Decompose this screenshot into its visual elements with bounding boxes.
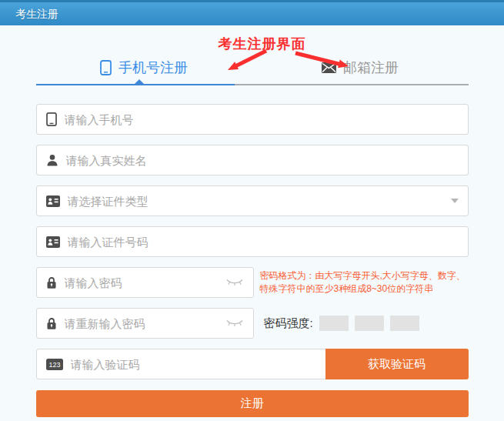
register-button[interactable]: 注册 xyxy=(36,390,469,417)
email-icon xyxy=(322,62,336,73)
user-icon xyxy=(46,154,58,166)
password-input[interactable] xyxy=(65,276,218,289)
captcha-field: 123 xyxy=(36,349,326,379)
inactive-tab-underline xyxy=(235,84,468,85)
register-tabs: 手机号注册 邮箱注册 xyxy=(36,58,469,78)
chevron-down-icon[interactable] xyxy=(451,199,459,203)
password-format-hint: 密码格式为：由大写字母开头,大小写字母、数字、特殊字符中的至少3种组成8~30位… xyxy=(260,269,469,296)
password-strength-meter: 密码强度: xyxy=(264,316,419,331)
lock-icon xyxy=(46,317,57,330)
active-tab-pointer xyxy=(135,79,144,84)
tab-underline xyxy=(36,84,469,85)
phone-icon xyxy=(46,112,57,126)
titlebar: 考生注册 xyxy=(0,0,504,25)
id-card-icon xyxy=(46,236,60,248)
tab-mobile-label: 手机号注册 xyxy=(118,58,188,77)
page-title: 考生注册 xyxy=(15,8,58,20)
name-field xyxy=(36,145,469,175)
id-number-field xyxy=(36,226,469,257)
password-confirm-field xyxy=(36,308,254,339)
id-card-icon xyxy=(46,195,60,207)
get-code-button[interactable]: 获取验证码 xyxy=(325,349,469,379)
id-type-select[interactable] xyxy=(68,195,443,208)
id-number-input[interactable] xyxy=(68,236,459,249)
lock-icon xyxy=(46,276,57,289)
strength-box-2 xyxy=(355,316,384,331)
mobile-phone-icon xyxy=(100,60,112,75)
password-confirm-input[interactable] xyxy=(65,317,218,330)
svg-text:123: 123 xyxy=(48,361,60,369)
captcha-123-icon: 123 xyxy=(46,359,63,370)
strength-box-3 xyxy=(390,316,419,331)
eye-closed-icon[interactable] xyxy=(225,278,244,287)
password-strength-label: 密码强度: xyxy=(264,316,313,331)
phone-input[interactable] xyxy=(65,113,459,126)
strength-box-1 xyxy=(319,316,349,331)
annotation-label: 考生注册界面 xyxy=(219,35,306,53)
captcha-input[interactable] xyxy=(71,358,316,371)
phone-field xyxy=(36,104,469,135)
tab-email-label: 邮箱注册 xyxy=(343,58,399,77)
eye-closed-icon[interactable] xyxy=(225,319,244,328)
real-name-input[interactable] xyxy=(66,154,459,167)
password-field xyxy=(36,267,254,298)
tab-email-register[interactable]: 邮箱注册 xyxy=(252,58,469,77)
registration-panel: 考生注册界面 手机号注册 邮箱注册 xyxy=(36,25,469,417)
tab-mobile-register[interactable]: 手机号注册 xyxy=(36,58,252,77)
id-type-field[interactable] xyxy=(36,185,469,216)
active-tab-underline xyxy=(36,84,235,85)
